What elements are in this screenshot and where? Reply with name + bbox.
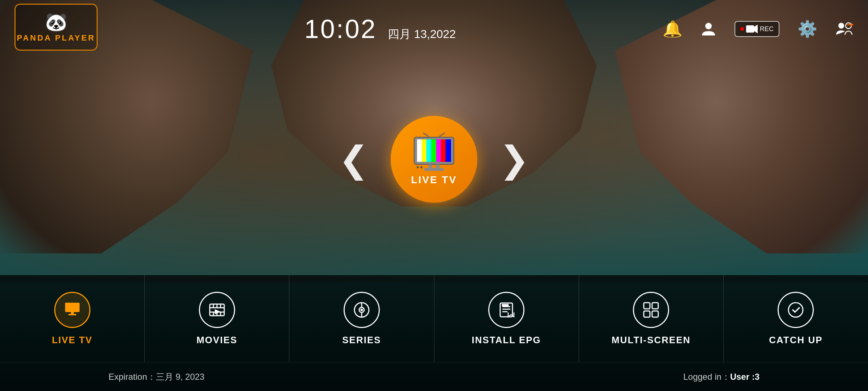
svg-rect-1 xyxy=(746,25,754,33)
live-tv-circle[interactable]: LIVE TV xyxy=(391,116,477,203)
svg-rect-48 xyxy=(652,303,658,309)
carousel: ❮ xyxy=(0,58,868,261)
user-icon[interactable] xyxy=(701,21,716,37)
nav-label-series: SERIES xyxy=(342,335,381,346)
svg-point-51 xyxy=(788,303,803,317)
svg-rect-24 xyxy=(68,314,76,315)
nav-label-live-tv: LIVE TV xyxy=(52,335,92,346)
svg-rect-21 xyxy=(424,168,444,171)
bell-icon[interactable]: 🔔 xyxy=(663,20,682,38)
svg-rect-50 xyxy=(652,311,658,317)
rec-label: REC xyxy=(760,25,774,33)
rec-button[interactable]: REC xyxy=(735,21,779,37)
logged-in-text: Logged in：User :3 xyxy=(683,371,760,383)
nav-item-movies[interactable]: MOVIES xyxy=(145,275,289,362)
nav-item-catch-up[interactable]: CATCH UP xyxy=(724,275,868,362)
panda-logo: 🐼 xyxy=(45,12,67,33)
svg-marker-34 xyxy=(215,309,221,314)
svg-rect-15 xyxy=(441,139,446,162)
svg-rect-47 xyxy=(644,303,650,309)
logo-container: 🐼 PANDA PLAYER xyxy=(14,4,98,54)
svg-rect-44 xyxy=(502,304,504,306)
switch-user-icon[interactable] xyxy=(835,21,854,37)
svg-rect-22 xyxy=(65,303,80,312)
svg-point-3 xyxy=(838,23,844,29)
date: 四月 13,2022 xyxy=(388,26,456,42)
svg-point-37 xyxy=(361,309,362,311)
rec-dot xyxy=(740,27,744,31)
logo-box: 🐼 PANDA PLAYER xyxy=(14,4,98,51)
svg-rect-12 xyxy=(426,139,431,162)
svg-line-6 xyxy=(423,133,429,136)
nav-item-install-epg[interactable]: INSTALL EPG xyxy=(434,275,579,362)
nav-icon-install-epg xyxy=(488,292,524,328)
header-center: 10:02 四月 13,2022 xyxy=(98,14,663,44)
nav-icon-series xyxy=(344,292,380,328)
carousel-center: LIVE TV xyxy=(391,116,477,203)
nav-label-multi-screen: MULTI-SCREEN xyxy=(612,335,691,346)
prev-arrow[interactable]: ❮ xyxy=(317,124,391,195)
nav-item-series[interactable]: SERIES xyxy=(289,275,434,362)
nav-icon-multi-screen xyxy=(633,292,669,328)
expiration-text: Expiration：三月 9, 2023 xyxy=(109,371,204,383)
svg-line-7 xyxy=(439,133,445,136)
settings-icon[interactable]: ⚙️ xyxy=(797,20,817,38)
nav-item-live-tv[interactable]: LIVE TV xyxy=(0,275,145,362)
app-name: PANDA PLAYER xyxy=(17,33,95,43)
nav-icon-movies xyxy=(199,292,235,328)
svg-rect-10 xyxy=(417,139,422,162)
footer: Expiration：三月 9, 2023 Logged in：User :3 xyxy=(0,362,868,391)
nav-label-movies: MOVIES xyxy=(196,335,237,346)
svg-marker-2 xyxy=(754,25,758,33)
header-icons: 🔔 REC ⚙️ xyxy=(663,20,854,38)
svg-point-17 xyxy=(417,166,419,168)
username: User :3 xyxy=(730,372,760,382)
svg-rect-16 xyxy=(446,139,451,162)
nav-icon-catch-up xyxy=(778,292,814,328)
nav-label-install-epg: INSTALL EPG xyxy=(472,335,541,346)
nav-bar: LIVE TV MOVIES xyxy=(0,275,868,362)
svg-rect-13 xyxy=(431,139,436,162)
svg-rect-49 xyxy=(644,311,650,317)
time-display: 10:02 四月 13,2022 xyxy=(305,14,456,44)
svg-rect-14 xyxy=(436,139,441,162)
svg-point-18 xyxy=(420,166,422,168)
nav-item-multi-screen[interactable]: MULTI-SCREEN xyxy=(579,275,724,362)
svg-point-0 xyxy=(705,23,712,29)
svg-rect-45 xyxy=(505,304,506,306)
nav-label-catch-up: CATCH UP xyxy=(769,335,822,346)
nav-icon-live-tv xyxy=(54,292,90,328)
next-arrow[interactable]: ❯ xyxy=(477,124,551,195)
clock: 10:02 xyxy=(305,14,377,44)
header: 🐼 PANDA PLAYER 10:02 四月 13,2022 🔔 REC ⚙️ xyxy=(0,0,868,58)
svg-rect-11 xyxy=(422,139,426,162)
carousel-item-label: LIVE TV xyxy=(411,174,457,186)
svg-rect-46 xyxy=(507,304,508,306)
